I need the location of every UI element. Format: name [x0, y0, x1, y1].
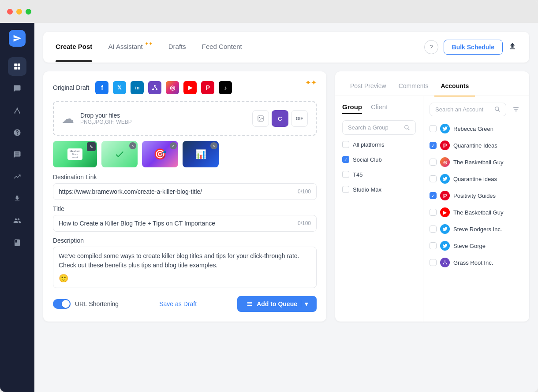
account-item-grass-root[interactable]: Grass Root Inc.	[430, 255, 523, 270]
twitter-account-icon-sr	[440, 224, 450, 234]
group-label-studio-max: Studio Max	[353, 186, 381, 193]
media-thumb-2[interactable]: ×	[101, 141, 138, 167]
instagram-account-icon-bg1: ◎	[440, 157, 450, 167]
tab-create-post-label: Create Post	[56, 43, 92, 50]
twitter-account-icon-sg	[440, 241, 450, 251]
media-close-button-4[interactable]: ×	[210, 142, 217, 149]
account-item-positivity-guides[interactable]: P Positivity Guides	[430, 189, 523, 203]
gif-button[interactable]: GIF	[291, 110, 308, 127]
svg-point-10	[152, 89, 154, 90]
account-checkbox-steve-rodgers[interactable]	[430, 226, 437, 233]
account-checkbox-quarantine-ideas-1[interactable]	[430, 142, 437, 149]
sidebar-item-campaigns[interactable]	[8, 145, 26, 164]
account-filter-button[interactable]	[509, 102, 523, 116]
account-name-quarantine-ideas-1: Quarantine Ideas	[453, 142, 497, 149]
sidebar-item-analytics[interactable]	[8, 167, 26, 186]
group-item-t45[interactable]: T45	[342, 169, 416, 180]
close-button[interactable]	[7, 9, 13, 15]
export-button[interactable]	[508, 42, 517, 53]
client-tab[interactable]: Client	[371, 103, 388, 114]
account-checkbox-positivity-guides[interactable]	[430, 192, 437, 199]
sidebar-item-network[interactable]	[8, 101, 26, 120]
group-checkbox-t45[interactable]	[342, 171, 349, 178]
group-tab[interactable]: Group	[342, 103, 362, 114]
account-checkbox-rebecca-green[interactable]	[430, 125, 437, 132]
pinterest-icon[interactable]: P	[201, 81, 214, 94]
group-checkbox-all-platforms[interactable]	[342, 141, 349, 148]
sidebar-item-users[interactable]	[8, 211, 26, 230]
account-item-rebecca-green[interactable]: Rebecca Green	[430, 122, 523, 136]
description-textarea[interactable]: We've compiled some ways to create kille…	[53, 247, 317, 288]
account-item-steve-gorge[interactable]: Steve Gorge	[430, 239, 523, 253]
titlebar	[0, 0, 538, 23]
media-thumb-4[interactable]: 📊 ×	[183, 141, 219, 167]
account-item-steve-rodgers[interactable]: Steve Rodgers Inc.	[430, 222, 523, 236]
svg-point-6	[19, 112, 20, 114]
sidebar-item-library[interactable]	[8, 233, 26, 252]
account-checkbox-grass-root[interactable]	[430, 259, 437, 266]
account-checkbox-steve-gorge[interactable]	[430, 242, 437, 249]
account-checkbox-basketball-guy-1[interactable]	[430, 159, 437, 166]
add-to-queue-button[interactable]: Add to Queue ▾	[237, 296, 317, 312]
sidebar-logo[interactable]	[9, 30, 26, 47]
media-thumb-1[interactable]: Idealism Bramework ✎	[53, 141, 97, 167]
tab-post-preview[interactable]: Post Preview	[344, 82, 392, 96]
svg-point-11	[156, 89, 157, 90]
tab-drafts[interactable]: Drafts	[168, 43, 186, 52]
description-value: We've compiled some ways to create kille…	[59, 251, 311, 270]
account-item-basketball-guy-2[interactable]: ▶ The Basketball Guy	[430, 205, 523, 219]
media-thumb-3[interactable]: 🎯 ×	[142, 141, 178, 167]
media-edit-button-1[interactable]: ✎	[87, 142, 96, 151]
maximize-button[interactable]	[26, 9, 31, 15]
account-item-quarantine-ideas-1[interactable]: P Quarantine Ideas	[430, 138, 523, 152]
url-shortening-toggle[interactable]	[53, 299, 71, 309]
account-item-basketball-guy-1[interactable]: ◎ The Basketball Guy	[430, 155, 523, 169]
group-checkbox-studio-max[interactable]	[342, 186, 349, 193]
sidebar-item-support[interactable]	[8, 123, 26, 142]
tab-create-post[interactable]: Create Post	[56, 43, 92, 52]
facebook-icon[interactable]: f	[95, 81, 108, 94]
svg-point-18	[446, 263, 447, 265]
custom-media-button[interactable]: C	[272, 110, 288, 127]
sidebar-item-dashboard[interactable]	[8, 57, 26, 76]
help-button[interactable]: ?	[424, 40, 438, 54]
account-name-steve-gorge: Steve Gorge	[453, 243, 486, 249]
tab-comments[interactable]: Comments	[392, 82, 435, 96]
sidebar-item-downloads[interactable]	[8, 189, 26, 208]
buffer-icon[interactable]	[148, 81, 161, 94]
media-close-button-3[interactable]: ×	[170, 142, 177, 149]
group-item-all-platforms[interactable]: All platforms	[342, 139, 416, 150]
tab-feed-content[interactable]: Feed Content	[202, 43, 242, 52]
bulk-schedule-button[interactable]: Bulk Schedule	[444, 40, 503, 55]
tab-accounts[interactable]: Accounts	[434, 82, 475, 96]
group-item-social-club[interactable]: Social Club	[342, 154, 416, 165]
tab-ai-assistant-label: AI Assistant	[108, 43, 142, 50]
youtube-icon[interactable]: ▶	[183, 81, 197, 94]
svg-line-7	[15, 109, 17, 112]
media-close-button-2[interactable]: ×	[129, 142, 136, 149]
save-draft-button[interactable]: Save as Draft	[159, 300, 197, 307]
emoji-button[interactable]: 🙂	[59, 274, 311, 283]
group-search-input[interactable]: Search a Group	[342, 120, 416, 135]
account-item-quarantine-ideas-2[interactable]: Quarantine ideas	[430, 172, 523, 186]
instagram-icon[interactable]: ◎	[166, 81, 179, 94]
account-checkbox-basketball-guy-2[interactable]	[430, 209, 437, 216]
group-checkbox-social-club[interactable]	[342, 156, 349, 163]
image-upload-button[interactable]	[252, 110, 269, 127]
group-item-studio-max[interactable]: Studio Max	[342, 184, 416, 195]
title-input[interactable]: How to Create a Killer Blog Title + Tips…	[53, 215, 317, 232]
group-label-social-club: Social Club	[353, 156, 382, 163]
minimize-button[interactable]	[16, 9, 22, 15]
account-search-input[interactable]: Search an Account	[430, 103, 506, 116]
add-queue-chevron[interactable]: ▾	[301, 300, 308, 307]
account-checkbox-quarantine-ideas-2[interactable]	[430, 175, 437, 182]
buffer-account-icon-gr	[440, 258, 450, 267]
tiktok-icon[interactable]: ♪	[219, 81, 232, 94]
sidebar-item-chat[interactable]	[8, 79, 26, 98]
linkedin-icon[interactable]: in	[131, 81, 144, 94]
twitter-icon[interactable]: 𝕏	[113, 81, 126, 94]
tab-ai-assistant[interactable]: AI Assistant ✦✦	[108, 43, 152, 52]
original-draft-row: Original Draft f 𝕏 in ◎ ▶ P ♪ ✦✦	[53, 81, 317, 94]
destination-link-input[interactable]: https://www.bramework.com/create-a-kille…	[53, 183, 317, 200]
drop-zone[interactable]: ☁ Drop your files PNG,JPG,GIF, WEBP C	[53, 101, 317, 136]
